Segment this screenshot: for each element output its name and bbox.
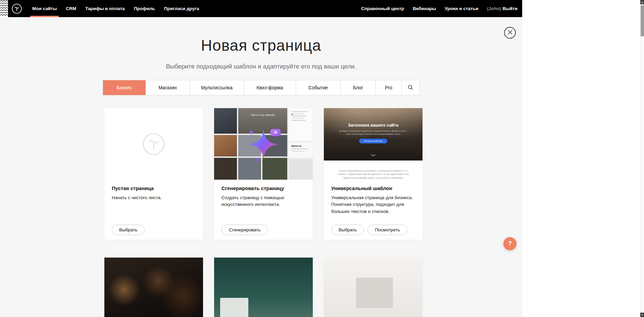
chevron-down-icon [371, 152, 376, 158]
preview-detail [356, 278, 393, 308]
nav-webinars[interactable]: Вебинары [413, 0, 436, 17]
scrollbar[interactable] [640, 0, 644, 317]
logout-label: Выйти [503, 6, 518, 11]
template-4-preview [104, 258, 203, 317]
collage-tile [289, 159, 313, 180]
collage-tile: About us [289, 142, 313, 158]
nav-invite-friend[interactable]: Пригласи друга [164, 0, 199, 17]
collage-tile [238, 135, 261, 156]
template-card-blank[interactable]: Пустая страница Начать с чистого листа. … [104, 108, 203, 240]
generate-button[interactable]: Сгенерировать [221, 225, 268, 235]
template-5-preview [214, 258, 313, 317]
scroll-down-arrow[interactable] [640, 313, 644, 317]
search-icon [408, 85, 413, 91]
close-icon [508, 30, 512, 36]
card-description: Начать с чистого листа. [112, 194, 196, 201]
tab-shop[interactable]: Магазин [146, 80, 190, 95]
card-actions: Выбрать [112, 225, 145, 235]
tab-event[interactable]: Событие [296, 80, 341, 95]
collage-tile [238, 158, 261, 180]
main-content: Новая страница Выберите подходящий шабло… [0, 17, 522, 317]
ai-badge: AI [270, 129, 281, 136]
scrollbar-thumb[interactable] [641, 5, 644, 36]
choose-universal-button[interactable]: Выбрать [331, 225, 364, 235]
choose-blank-button[interactable]: Выбрать [112, 225, 145, 235]
preview-hero: Заголовок вашего сайта Добавьте интересн… [324, 108, 423, 161]
tab-multilink[interactable]: Мультиссылка [190, 80, 244, 95]
card-body: Универсальный шаблон Универсальная стран… [324, 180, 423, 215]
template-card-ai-generate[interactable]: About us Title of Your Website [214, 108, 313, 240]
main-nav: Мои сайты CRM Тарифы и оплата Профиль Пр… [32, 0, 208, 17]
nav-profile[interactable]: Профиль [134, 0, 155, 17]
tab-business[interactable]: Бизнес [103, 80, 146, 95]
template-grid-row-1: Пустая страница Начать с чистого листа. … [104, 108, 423, 240]
nav-crm[interactable]: CRM [66, 0, 76, 17]
collage-tile [214, 108, 237, 134]
card-title: Пустая страница [112, 185, 196, 191]
view-universal-button[interactable]: Посмотреть [367, 225, 407, 235]
collage-tile [289, 108, 313, 141]
collage-tile [262, 135, 287, 156]
page-title: Новая страница [0, 17, 522, 54]
template-card-4[interactable] [104, 258, 203, 317]
card-actions: Выбрать Посмотреть [331, 225, 407, 235]
tab-blog[interactable]: Блог [341, 80, 376, 95]
card-actions: Сгенерировать [221, 225, 268, 235]
tab-pro[interactable]: Pro [376, 80, 402, 95]
universal-template-preview: Заголовок вашего сайта Добавьте интересн… [324, 108, 423, 180]
secondary-nav: Справочный центр Вебинары Уроки и статьи… [352, 0, 517, 17]
template-category-tabs: Бизнес Магазин Мультиссылка Квиз-форма С… [103, 80, 419, 95]
topbar: Мои сайты CRM Тарифы и оплата Профиль Пр… [0, 0, 522, 17]
tab-search[interactable] [402, 80, 419, 95]
card-title: Универсальный шаблон [331, 185, 415, 191]
zigzag-decoration [0, 0, 8, 17]
preview-hero-subtitle: Добавьте интересные подробности о вашей … [338, 130, 409, 136]
page: Мои сайты CRM Тарифы и оплата Профиль Пр… [0, 0, 522, 317]
collage-tile [214, 135, 237, 156]
help-button[interactable]: ? [503, 237, 516, 250]
template-card-universal[interactable]: Заголовок вашего сайта Добавьте интересн… [324, 108, 423, 240]
nav-logout[interactable]: (John) Выйти [487, 0, 517, 17]
collage-tile [214, 158, 237, 180]
card-body: Пустая страница Начать с чистого листа. [104, 180, 203, 201]
preview-hero-title: Заголовок вашего сайта [324, 123, 423, 128]
tab-quiz[interactable]: Квиз-форма [244, 80, 296, 95]
template-card-6[interactable] [324, 258, 423, 317]
template-card-5[interactable] [214, 258, 313, 317]
app-window: Мои сайты CRM Тарифы и оплата Профиль Пр… [0, 0, 644, 317]
page-subtitle: Выберите подходящий шаблон и адаптируйте… [0, 63, 522, 70]
close-button[interactable] [504, 27, 516, 39]
tilda-logo[interactable] [11, 3, 22, 14]
card-description: Создать страницу с помощью искусственног… [221, 194, 305, 208]
preview-body-text: Коротко представьтесь и расскажите о ком… [335, 169, 411, 180]
card-description: Универсальная страница для бизнеса. Поня… [331, 194, 415, 215]
scroll-up-arrow[interactable] [640, 0, 644, 4]
ai-collage-preview: About us Title of Your Website [214, 108, 313, 180]
nav-lessons[interactable]: Уроки и статьи [445, 0, 478, 17]
blank-preview [104, 108, 203, 180]
card-title: Сгенерировать страницу [221, 185, 305, 191]
preview-detail [220, 298, 248, 317]
collage-tile [262, 158, 287, 180]
nav-help-center[interactable]: Справочный центр [361, 0, 404, 17]
nav-my-sites[interactable]: Мои сайты [32, 0, 57, 17]
template-grid-row-2 [104, 258, 423, 317]
collage-about-label: About us [291, 145, 310, 147]
collage-site-title: Title of Your Website [238, 114, 287, 117]
nav-pricing[interactable]: Тарифы и оплата [85, 0, 125, 17]
tilda-watermark-icon [142, 132, 166, 156]
preview-cta-button: Основное действие [359, 139, 388, 143]
user-name: (John) [487, 6, 501, 11]
card-body: Сгенерировать страницу Создать страницу … [214, 180, 313, 208]
template-6-preview [324, 258, 423, 317]
